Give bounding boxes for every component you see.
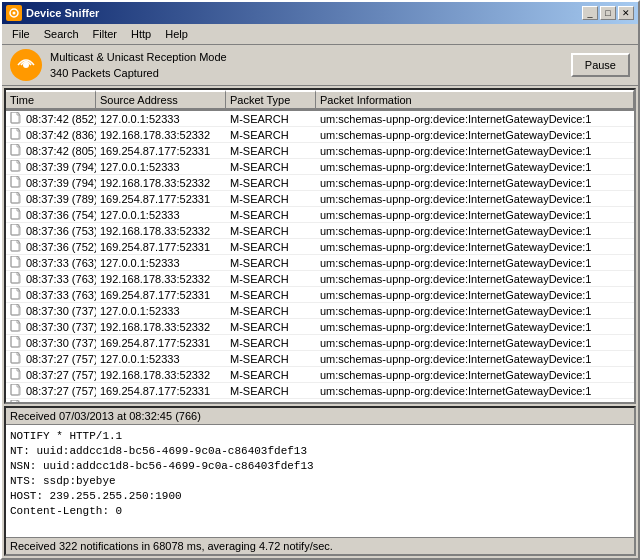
table-row[interactable]: 08:33:36 (716)127.0.0.1:64537NOTIFYuuid:… [6, 399, 634, 402]
cell-info: um:schemas-upnp-org:device:InternetGatew… [316, 208, 634, 222]
table-row[interactable]: 08:37:27 (757)127.0.0.1:52333M-SEARCHum:… [6, 351, 634, 367]
table-row[interactable]: 08:37:33 (763)169.254.87.177:52331M-SEAR… [6, 287, 634, 303]
menu-filter[interactable]: Filter [87, 26, 123, 42]
svg-rect-10 [11, 224, 19, 235]
menu-file[interactable]: File [6, 26, 36, 42]
cell-info: um:schemas-upnp-org:device:InternetGatew… [316, 112, 634, 126]
table-row[interactable]: 08:37:39 (789)169.254.87.177:52331M-SEAR… [6, 191, 634, 207]
mode-line2: 340 Packets Captured [50, 65, 227, 81]
cell-ptype: M-SEARCH [226, 272, 316, 286]
cell-ptype: M-SEARCH [226, 176, 316, 190]
svg-rect-9 [11, 208, 19, 219]
cell-source: 192.168.178.33:52332 [96, 272, 226, 286]
col-source: Source Address [96, 90, 226, 110]
cell-time-text: 08:37:36 (752) [26, 241, 96, 253]
cell-info: um:schemas-upnp-org:device:InternetGatew… [316, 224, 634, 238]
cell-info: um:schemas-upnp-org:device:InternetGatew… [316, 320, 634, 334]
cell-time: 08:37:39 (794) [6, 159, 96, 174]
minimize-button[interactable]: _ [582, 6, 598, 20]
cell-time: 08:37:42 (852) [6, 111, 96, 126]
cell-ptype: M-SEARCH [226, 240, 316, 254]
close-button[interactable]: ✕ [618, 6, 634, 20]
cell-info: um:schemas-upnp-org:device:InternetGatew… [316, 304, 634, 318]
svg-point-1 [13, 12, 16, 15]
cell-time: 08:33:36 (716) [6, 399, 96, 402]
table-row[interactable]: 08:37:39 (794)192.168.178.33:52332M-SEAR… [6, 175, 634, 191]
table-row[interactable]: 08:37:33 (763)192.168.178.33:52332M-SEAR… [6, 271, 634, 287]
table-row[interactable]: 08:37:27 (757)192.168.178.33:52332M-SEAR… [6, 367, 634, 383]
cell-ptype: M-SEARCH [226, 336, 316, 350]
cell-time: 08:37:36 (753) [6, 223, 96, 238]
cell-info: uuid:1278b22-91d2-49f0-be45-cd27d449f26e [316, 400, 634, 403]
detail-content[interactable]: NOTIFY * HTTP/1.1 NT: uuid:addcc1d8-bc56… [6, 425, 634, 537]
cell-time: 08:37:39 (794) [6, 175, 96, 190]
cell-time: 08:37:30 (737) [6, 319, 96, 334]
title-controls: _ □ ✕ [582, 6, 634, 20]
cell-source: 169.254.87.177:52331 [96, 336, 226, 350]
detail-header: Received 07/03/2013 at 08:32:45 (766) [6, 408, 634, 425]
svg-rect-13 [11, 272, 19, 283]
svg-rect-15 [11, 304, 19, 315]
table-row[interactable]: 08:37:36 (753)192.168.178.33:52332M-SEAR… [6, 223, 634, 239]
cell-ptype: M-SEARCH [226, 320, 316, 334]
table-row[interactable]: 08:37:30 (737)192.168.178.33:52332M-SEAR… [6, 319, 634, 335]
table-row[interactable]: 08:37:42 (852)127.0.0.1:52333M-SEARCHum:… [6, 111, 634, 127]
cell-source: 127.0.0.1:52333 [96, 208, 226, 222]
table-body[interactable]: 08:37:42 (852)127.0.0.1:52333M-SEARCHum:… [6, 111, 634, 402]
svg-rect-19 [11, 368, 19, 379]
cell-info: um:schemas-upnp-org:device:InternetGatew… [316, 272, 634, 286]
cell-source: 192.168.178.33:52332 [96, 176, 226, 190]
table-row[interactable]: 08:37:36 (752)169.254.87.177:52331M-SEAR… [6, 239, 634, 255]
cell-time: 08:37:42 (805) [6, 143, 96, 158]
maximize-button[interactable]: □ [600, 6, 616, 20]
cell-time-text: 08:37:27 (757) [26, 353, 96, 365]
table-row[interactable]: 08:37:42 (805)169.254.87.177:52331M-SEAR… [6, 143, 634, 159]
row-doc-icon [10, 160, 22, 173]
col-info: Packet Information [316, 90, 634, 110]
table-row[interactable]: 08:37:39 (794)127.0.0.1:52333M-SEARCHum:… [6, 159, 634, 175]
menu-help[interactable]: Help [159, 26, 194, 42]
cell-source: 169.254.87.177:52331 [96, 384, 226, 398]
row-doc-icon [10, 400, 22, 402]
cell-time: 08:37:27 (757) [6, 367, 96, 382]
svg-rect-5 [11, 144, 19, 155]
cell-source: 169.254.87.177:52331 [96, 240, 226, 254]
toolbar-left: Multicast & Unicast Reception Mode 340 P… [10, 49, 227, 81]
title-bar-left: Device Sniffer [6, 5, 99, 21]
main-content: Time Source Address Packet Type Packet I… [2, 86, 638, 558]
cell-time: 08:37:30 (737) [6, 335, 96, 350]
cell-time-text: 08:37:36 (754) [26, 209, 96, 221]
menu-search[interactable]: Search [38, 26, 85, 42]
svg-rect-11 [11, 240, 19, 251]
svg-rect-18 [11, 352, 19, 363]
window-title: Device Sniffer [26, 7, 99, 19]
cell-source: 169.254.87.177:52331 [96, 288, 226, 302]
table-header: Time Source Address Packet Type Packet I… [6, 90, 634, 111]
cell-source: 127.0.0.1:52333 [96, 352, 226, 366]
svg-rect-12 [11, 256, 19, 267]
cell-time-text: 08:37:42 (852) [26, 113, 96, 125]
table-row[interactable]: 08:37:36 (754)127.0.0.1:52333M-SEARCHum:… [6, 207, 634, 223]
row-doc-icon [10, 320, 22, 333]
table-row[interactable]: 08:37:27 (757)169.254.87.177:52331M-SEAR… [6, 383, 634, 399]
menu-bar: File Search Filter Http Help [2, 24, 638, 45]
menu-http[interactable]: Http [125, 26, 157, 42]
svg-rect-16 [11, 320, 19, 331]
main-window: Device Sniffer _ □ ✕ File Search Filter … [0, 0, 640, 560]
cell-time: 08:37:33 (763) [6, 287, 96, 302]
cell-info: um:schemas-upnp-org:device:InternetGatew… [316, 176, 634, 190]
row-doc-icon [10, 336, 22, 349]
pause-button[interactable]: Pause [571, 53, 630, 77]
cell-info: um:schemas-upnp-org:device:InternetGatew… [316, 256, 634, 270]
cell-source: 192.168.178.33:52332 [96, 320, 226, 334]
cell-info: um:schemas-upnp-org:device:InternetGatew… [316, 384, 634, 398]
table-row[interactable]: 08:37:30 (737)169.254.87.177:52331M-SEAR… [6, 335, 634, 351]
cell-time: 08:37:36 (752) [6, 239, 96, 254]
table-row[interactable]: 08:37:33 (763)127.0.0.1:52333M-SEARCHum:… [6, 255, 634, 271]
svg-rect-17 [11, 336, 19, 347]
row-doc-icon [10, 352, 22, 365]
table-row[interactable]: 08:37:30 (737)127.0.0.1:52333M-SEARCHum:… [6, 303, 634, 319]
cell-time-text: 08:37:39 (794) [26, 161, 96, 173]
svg-rect-7 [11, 176, 19, 187]
table-row[interactable]: 08:37:42 (836)192.168.178.33:52332M-SEAR… [6, 127, 634, 143]
